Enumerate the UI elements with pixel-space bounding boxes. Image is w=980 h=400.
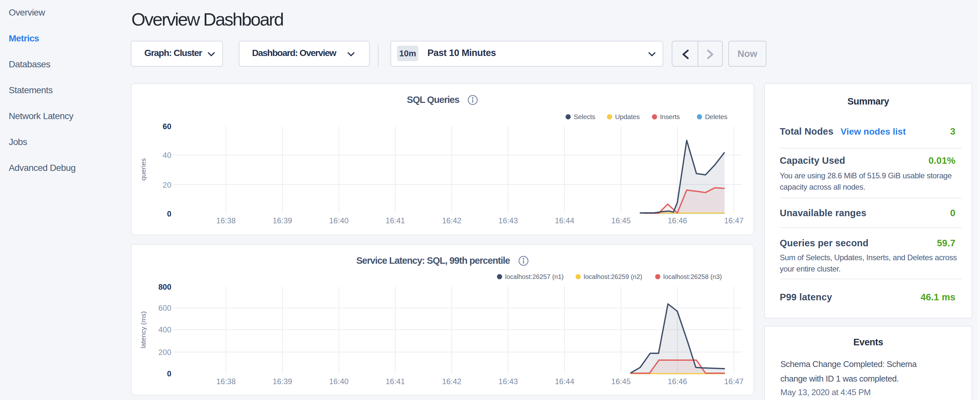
svg-text:16:38: 16:38 <box>216 216 235 225</box>
svg-text:16:43: 16:43 <box>499 377 518 386</box>
svg-text:16:39: 16:39 <box>273 377 292 386</box>
svg-text:16:38: 16:38 <box>216 377 235 386</box>
svg-text:16:44: 16:44 <box>555 377 574 386</box>
svg-text:0: 0 <box>167 209 171 218</box>
svg-text:600: 600 <box>158 304 171 312</box>
svg-text:16:42: 16:42 <box>442 216 461 225</box>
svg-text:40: 40 <box>163 151 172 159</box>
svg-text:latency (ms): latency (ms) <box>140 311 147 348</box>
svg-text:200: 200 <box>158 348 171 357</box>
svg-text:16:41: 16:41 <box>386 216 405 225</box>
svg-text:16:40: 16:40 <box>329 377 348 386</box>
svg-text:16:46: 16:46 <box>668 377 687 386</box>
svg-text:16:39: 16:39 <box>273 216 292 225</box>
svg-text:16:46: 16:46 <box>668 216 687 225</box>
svg-text:16:45: 16:45 <box>611 216 631 225</box>
svg-text:16:47: 16:47 <box>724 216 743 225</box>
svg-text:16:47: 16:47 <box>724 377 743 386</box>
svg-text:400: 400 <box>158 325 171 334</box>
svg-text:16:42: 16:42 <box>442 377 461 386</box>
svg-text:16:40: 16:40 <box>329 216 348 225</box>
svg-text:20: 20 <box>163 180 172 189</box>
svg-text:queries: queries <box>140 158 147 180</box>
svg-text:16:44: 16:44 <box>555 216 574 225</box>
svg-text:60: 60 <box>163 122 172 131</box>
svg-text:16:41: 16:41 <box>386 377 405 386</box>
svg-text:16:45: 16:45 <box>611 377 631 386</box>
svg-text:0: 0 <box>167 369 171 378</box>
svg-text:16:43: 16:43 <box>499 216 518 225</box>
svg-text:800: 800 <box>158 282 171 291</box>
